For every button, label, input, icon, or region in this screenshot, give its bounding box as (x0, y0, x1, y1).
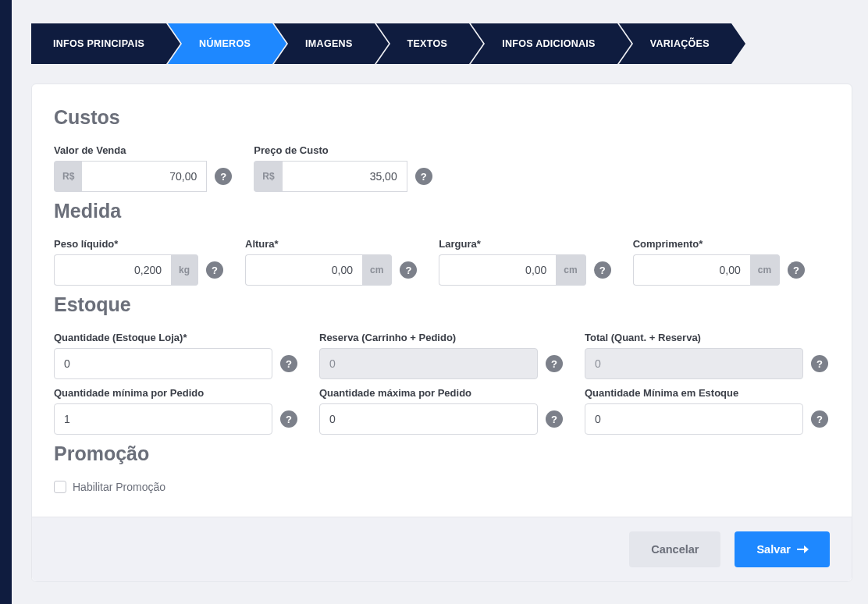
tab-label: INFOS ADICIONAIS (502, 38, 596, 49)
label-habilitar-promocao[interactable]: Habilitar Promoção (73, 481, 165, 493)
tab-textos[interactable]: TEXTOS (376, 23, 470, 64)
field-preco-custo: Preço de Custo R$ ? (254, 144, 432, 192)
input-peso[interactable] (54, 254, 171, 286)
arrow-right-icon (797, 549, 808, 550)
label-preco-custo: Preço de Custo (254, 144, 432, 156)
page-content: INFOS PRINCIPAIS NÚMEROS IMAGENS TEXTOS … (12, 0, 868, 598)
cancel-button[interactable]: Cancelar (629, 531, 720, 567)
section-title-promocao: Promoção (54, 442, 830, 465)
input-quantidade[interactable] (54, 348, 272, 379)
help-icon[interactable]: ? (788, 261, 805, 279)
unit-suffix: cm (362, 254, 392, 286)
tab-label: VARIAÇÕES (650, 38, 710, 49)
input-comprimento[interactable] (633, 254, 750, 286)
input-total (585, 348, 803, 379)
tab-numeros[interactable]: NÚMEROS (168, 23, 272, 64)
input-valor-venda[interactable] (82, 161, 207, 192)
section-title-custos: Custos (54, 106, 830, 129)
sidebar-strip (0, 0, 12, 598)
help-icon[interactable]: ? (280, 355, 297, 372)
help-icon[interactable]: ? (215, 168, 232, 185)
field-reserva: Reserva (Carrinho + Pedido) ? (319, 332, 563, 379)
field-min-pedido: Quantidade mínima por Pedido ? (54, 387, 297, 435)
field-altura: Altura* cm ? (245, 238, 417, 286)
checkbox-habilitar-promocao[interactable] (54, 481, 66, 493)
field-max-pedido: Quantidade máxima por Pedido ? (319, 387, 563, 435)
input-reserva (319, 348, 538, 379)
tab-label: IMAGENS (305, 38, 352, 49)
help-icon[interactable]: ? (546, 355, 563, 372)
input-altura[interactable] (245, 254, 362, 286)
save-label: Salvar (756, 543, 791, 556)
save-button[interactable]: Salvar (735, 531, 830, 567)
input-min-estoque[interactable] (585, 403, 803, 435)
help-icon[interactable]: ? (415, 168, 432, 185)
tab-infos-principais[interactable]: INFOS PRINCIPAIS (31, 23, 166, 64)
field-comprimento: Comprimento* cm ? (633, 238, 805, 286)
unit-suffix: cm (750, 254, 780, 286)
currency-prefix: R$ (254, 161, 282, 192)
label-reserva: Reserva (Carrinho + Pedido) (319, 332, 563, 343)
label-peso: Peso líquido* (54, 238, 223, 250)
field-habilitar-promocao: Habilitar Promoção (54, 481, 830, 493)
input-min-pedido[interactable] (54, 403, 272, 435)
label-comprimento: Comprimento* (633, 238, 805, 250)
form-panel: Custos Valor de Venda R$ ? Preço de Cust… (31, 83, 852, 582)
label-largura: Largura* (439, 238, 610, 250)
tab-imagens[interactable]: IMAGENS (274, 23, 374, 64)
tab-infos-adicionais[interactable]: INFOS ADICIONAIS (471, 23, 617, 64)
label-max-pedido: Quantidade máxima por Pedido (319, 387, 563, 399)
field-largura: Largura* cm ? (439, 238, 610, 286)
tab-label: NÚMEROS (199, 38, 251, 49)
label-altura: Altura* (245, 238, 417, 250)
field-total: Total (Quant. + Reserva) ? (585, 332, 828, 379)
help-icon[interactable]: ? (206, 261, 223, 279)
section-title-medida: Medida (54, 200, 830, 222)
help-icon[interactable]: ? (811, 410, 828, 428)
tab-label: TEXTOS (407, 38, 448, 49)
footer-bar: Cancelar Salvar (32, 517, 852, 581)
unit-suffix: cm (556, 254, 585, 286)
help-icon[interactable]: ? (280, 410, 297, 428)
breadcrumb: INFOS PRINCIPAIS NÚMEROS IMAGENS TEXTOS … (31, 23, 852, 64)
help-icon[interactable]: ? (400, 261, 417, 279)
field-quantidade: Quantidade (Estoque Loja)* ? (54, 332, 297, 379)
label-quantidade: Quantidade (Estoque Loja)* (54, 332, 297, 343)
label-total: Total (Quant. + Reserva) (585, 332, 828, 343)
section-title-estoque: Estoque (54, 293, 830, 316)
help-icon[interactable]: ? (811, 355, 828, 372)
label-min-estoque: Quantidade Mínima em Estoque (585, 387, 828, 399)
help-icon[interactable]: ? (546, 410, 563, 428)
help-icon[interactable]: ? (594, 261, 611, 279)
currency-prefix: R$ (54, 161, 82, 192)
label-valor-venda: Valor de Venda (54, 144, 232, 156)
field-min-estoque: Quantidade Mínima em Estoque ? (585, 387, 828, 435)
unit-suffix: kg (171, 254, 198, 286)
field-valor-venda: Valor de Venda R$ ? (54, 144, 232, 192)
input-largura[interactable] (439, 254, 556, 286)
tab-variacoes[interactable]: VARIAÇÕES (619, 23, 731, 64)
input-max-pedido[interactable] (319, 403, 538, 435)
tab-label: INFOS PRINCIPAIS (53, 38, 144, 49)
field-peso: Peso líquido* kg ? (54, 238, 223, 286)
cancel-label: Cancelar (651, 543, 699, 556)
input-preco-custo[interactable] (283, 161, 407, 192)
label-min-pedido: Quantidade mínima por Pedido (54, 387, 297, 399)
